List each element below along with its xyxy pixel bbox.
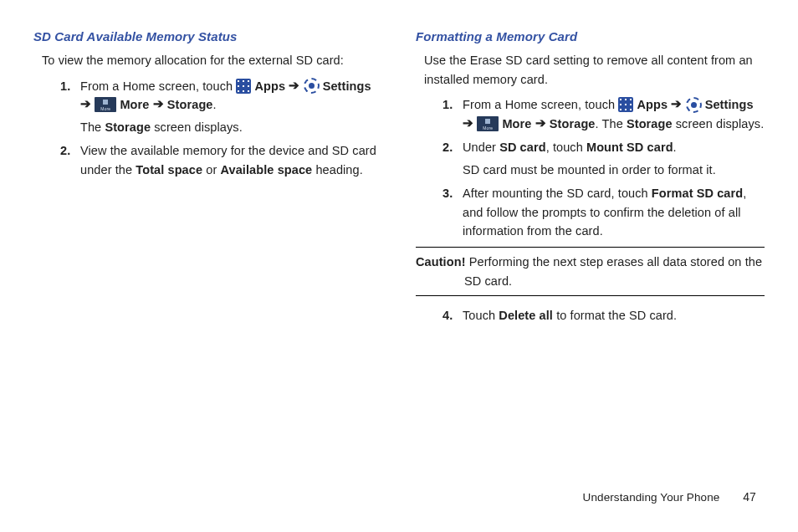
or-text: or	[202, 163, 220, 176]
apps-icon	[236, 79, 251, 94]
more-icon	[95, 97, 116, 112]
storage-label: Storage	[550, 117, 596, 130]
step-number: 1.	[442, 95, 453, 114]
step-text: From a Home screen, touch	[80, 79, 236, 93]
step-4: 4. Touch Delete all to format the SD car…	[442, 306, 765, 325]
more-label: More	[120, 98, 149, 111]
step-text-b: to format the SD card.	[553, 309, 677, 322]
arrow-icon: ➔	[535, 114, 546, 132]
format-sd-label: Format SD card	[652, 187, 743, 200]
arrow-icon: ➔	[80, 95, 91, 113]
caution-box: Caution! Performing the next step erases…	[416, 247, 765, 296]
step-number: 4.	[442, 306, 453, 325]
heading-formatting: Formatting a Memory Card	[416, 27, 765, 46]
step-1: 1. From a Home screen, touch Apps ➔ Sett…	[60, 77, 382, 136]
arrow-icon: ➔	[289, 76, 299, 95]
intro-text: Use the Erase SD card setting to remove …	[424, 51, 765, 89]
text: . The	[596, 117, 627, 130]
apps-icon	[618, 97, 633, 112]
settings-icon	[686, 97, 702, 113]
right-column: Formatting a Memory Card Use the Erase S…	[416, 27, 765, 330]
touch-text: , touch	[546, 141, 586, 154]
step-2: 2. View the available memory for the dev…	[60, 141, 382, 179]
page-number: 47	[743, 489, 756, 507]
arrow-icon: ➔	[671, 95, 682, 113]
more-icon	[477, 116, 499, 131]
storage-label: Storage	[167, 98, 213, 111]
step-continuation: SD card must be mounted in order to form…	[463, 161, 765, 179]
heading-text: heading.	[312, 163, 363, 176]
left-column: SD Card Available Memory Status To view …	[33, 27, 382, 330]
storage-label-2: Storage	[627, 117, 673, 130]
step-continuation: The Storage screen displays.	[80, 118, 382, 136]
storage-label-2: Storage	[105, 120, 151, 134]
text: The	[80, 120, 105, 134]
step-2: 2. Under SD card, touch Mount SD card. S…	[442, 138, 765, 179]
text: screen displays.	[151, 120, 243, 134]
arrow-icon: ➔	[463, 114, 473, 132]
step-1: 1. From a Home screen, touch Apps ➔ Sett…	[442, 95, 765, 133]
available-space-label: Available space	[220, 163, 312, 176]
total-space-label: Total space	[136, 163, 202, 176]
intro-text: To view the memory allocation for the ex…	[42, 51, 382, 69]
page-footer: Understanding Your Phone 47	[583, 489, 756, 507]
text: screen displays.	[673, 117, 765, 130]
caution-text: Performing the next step erases all data…	[464, 255, 762, 287]
step-number: 1.	[60, 77, 70, 95]
arrow-icon: ➔	[153, 95, 164, 113]
apps-label: Apps	[254, 79, 285, 93]
sd-card-label: SD card	[499, 141, 546, 154]
more-label: More	[502, 117, 531, 130]
step-number: 2.	[442, 138, 453, 156]
step-text: From a Home screen, touch	[463, 98, 618, 111]
apps-label: Apps	[637, 98, 668, 111]
footer-section: Understanding Your Phone	[583, 491, 720, 504]
step-number: 2.	[60, 141, 70, 160]
settings-label: Settings	[705, 98, 754, 111]
period: .	[673, 141, 677, 154]
settings-icon	[304, 78, 320, 94]
step-number: 3.	[442, 184, 453, 202]
step-text: After mounting the SD card, touch	[463, 187, 652, 200]
mount-sd-label: Mount SD card	[586, 141, 673, 154]
step-3: 3. After mounting the SD card, touch For…	[442, 184, 765, 240]
period: .	[213, 98, 217, 111]
caution-label: Caution!	[416, 255, 469, 269]
delete-all-label: Delete all	[499, 309, 553, 322]
step-text: Touch	[463, 309, 499, 322]
step-text: Under	[463, 141, 499, 154]
heading-sd-status: SD Card Available Memory Status	[33, 27, 382, 46]
settings-label: Settings	[323, 79, 371, 93]
